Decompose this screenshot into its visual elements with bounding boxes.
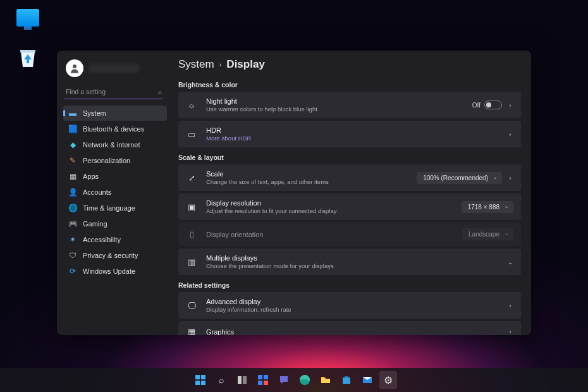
nav-label: Accounts: [83, 188, 111, 196]
card-night-light[interactable]: ☼ Night light Use warmer colors to help …: [178, 92, 521, 118]
nav-update[interactable]: ⟳Windows Update: [63, 264, 167, 279]
night-light-icon: ☼: [186, 101, 197, 110]
card-title: Multiple displays: [206, 254, 498, 262]
svg-rect-5: [238, 376, 242, 384]
nav-label: Windows Update: [83, 267, 135, 275]
search-input[interactable]: [66, 87, 158, 97]
profile-header[interactable]: [63, 57, 167, 82]
chevron-right-icon: ›: [507, 102, 513, 109]
svg-rect-8: [264, 375, 268, 379]
taskbar: ⌕ ⚙: [0, 368, 588, 392]
resolution-icon: ▣: [186, 202, 197, 212]
taskbar-settings[interactable]: ⚙: [379, 371, 397, 389]
nav-label: Network & internet: [83, 141, 140, 149]
orientation-dropdown: Landscape: [462, 228, 513, 240]
resolution-dropdown[interactable]: 1718 × 888: [462, 201, 513, 213]
main-content: System › Display Brightness & color ☼ Ni…: [169, 51, 531, 335]
profile-name-redacted: [89, 64, 139, 73]
taskbar-widgets[interactable]: [254, 371, 272, 389]
network-icon: ◆: [68, 140, 77, 149]
svg-rect-3: [195, 381, 200, 385]
gaming-icon: 🎮: [68, 219, 77, 228]
accounts-icon: 👤: [68, 188, 77, 197]
nav-bluetooth[interactable]: 🟦Bluetooth & devices: [63, 121, 167, 137]
svg-rect-6: [243, 376, 247, 384]
search-box[interactable]: ⌕: [64, 85, 163, 99]
nav-accessibility[interactable]: ✶Accessibility: [63, 232, 167, 247]
avatar-icon: [66, 59, 83, 77]
update-icon: ⟳: [68, 267, 77, 276]
scale-icon: ⤢: [186, 173, 197, 183]
scale-dropdown[interactable]: 100% (Recommended): [417, 172, 502, 184]
nav-gaming[interactable]: 🎮Gaming: [63, 216, 167, 231]
nav-label: System: [83, 109, 106, 117]
nav-time[interactable]: 🌐Time & language: [63, 200, 167, 216]
card-title: HDR: [206, 126, 498, 134]
svg-rect-1: [195, 375, 200, 379]
search-icon: ⌕: [158, 89, 162, 95]
bluetooth-icon: 🟦: [68, 125, 77, 133]
taskbar-store[interactable]: [338, 371, 355, 389]
nav-label: Bluetooth & devices: [83, 125, 144, 133]
card-multiple-displays[interactable]: ▥ Multiple displays Choose the presentat…: [178, 248, 521, 275]
svg-rect-9: [258, 381, 262, 385]
taskbar-taskview[interactable]: [233, 371, 251, 389]
section-scale-title: Scale & layout: [178, 150, 521, 164]
desktop-recycle-bin[interactable]: [14, 46, 42, 68]
breadcrumb-parent[interactable]: System: [178, 58, 214, 71]
nav-network[interactable]: ◆Network & internet: [63, 137, 167, 152]
svg-rect-12: [321, 377, 324, 378]
accessibility-icon: ✶: [68, 235, 77, 244]
taskbar-chat[interactable]: [275, 371, 293, 389]
chevron-right-icon: ›: [219, 61, 222, 68]
system-icon: ▬: [68, 109, 77, 118]
nav-label: Gaming: [83, 220, 107, 228]
desktop-this-pc[interactable]: [14, 9, 42, 28]
nav-label: Accessibility: [83, 236, 121, 243]
chevron-right-icon: ›: [507, 131, 513, 138]
apps-icon: ▦: [68, 172, 77, 181]
card-title: Advanced display: [206, 298, 498, 305]
taskbar-search[interactable]: ⌕: [212, 371, 230, 389]
nav-system[interactable]: ▬System: [63, 106, 167, 121]
card-resolution[interactable]: ▣ Display resolution Adjust the resoluti…: [178, 193, 521, 220]
nav-label: Personalization: [83, 157, 130, 164]
start-button[interactable]: [192, 371, 209, 389]
card-scale[interactable]: ⤢ Scale Change the size of text, apps, a…: [178, 164, 521, 191]
nav-label: Privacy & security: [83, 252, 138, 259]
card-hdr[interactable]: ▭ HDR More about HDR ›: [178, 121, 521, 147]
multiple-displays-icon: ▥: [186, 257, 197, 267]
nav-list: ▬System 🟦Bluetooth & devices ◆Network & …: [63, 106, 167, 279]
personalization-icon: ✎: [68, 156, 77, 165]
card-title: Scale: [206, 170, 408, 178]
card-sub: Use warmer colors to help block blue lig…: [206, 106, 463, 113]
chevron-right-icon: ›: [507, 328, 513, 335]
svg-rect-4: [201, 381, 205, 385]
nav-personalization[interactable]: ✎Personalization: [63, 153, 167, 168]
sidebar: ⌕ ▬System 🟦Bluetooth & devices ◆Network …: [57, 51, 169, 335]
hdr-link[interactable]: More about HDR: [206, 135, 498, 142]
card-title: Graphics: [206, 328, 498, 336]
svg-rect-13: [343, 377, 350, 384]
privacy-icon: 🛡: [68, 251, 77, 260]
nav-accounts[interactable]: 👤Accounts: [63, 185, 167, 200]
chevron-right-icon: ›: [507, 175, 513, 181]
nav-apps[interactable]: ▦Apps: [63, 169, 167, 184]
card-graphics[interactable]: ▦ Graphics ›: [178, 321, 521, 335]
section-brightness-title: Brightness & color: [178, 77, 521, 92]
nav-privacy[interactable]: 🛡Privacy & security: [63, 248, 167, 263]
taskbar-explorer[interactable]: [317, 371, 334, 389]
monitor-icon: [16, 9, 39, 27]
orientation-icon: ▯: [186, 230, 197, 239]
breadcrumb: System › Display: [178, 57, 521, 77]
card-advanced-display[interactable]: 🖵 Advanced display Display information, …: [178, 292, 521, 319]
section-related-title: Related settings: [178, 278, 521, 292]
card-sub: Choose the presentation mode for your di…: [206, 262, 498, 269]
taskbar-edge[interactable]: [296, 371, 314, 389]
night-light-toggle[interactable]: Off: [472, 101, 502, 109]
card-title: Night light: [206, 97, 463, 105]
taskbar-mail[interactable]: [358, 371, 376, 389]
svg-rect-7: [258, 375, 262, 379]
chevron-down-icon: ⌄: [507, 259, 513, 266]
chevron-right-icon: ›: [507, 302, 513, 309]
